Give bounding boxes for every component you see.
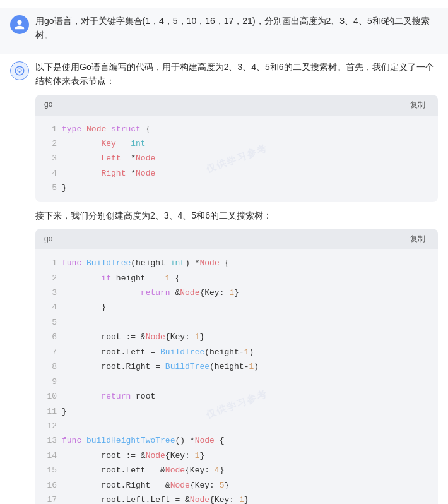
table-row: 14 root := &Node{Key: 1} <box>44 448 429 463</box>
table-row: 6 root := &Node{Key: 1} <box>44 330 429 344</box>
code-block-2-header: go 复制 <box>35 229 438 249</box>
table-row: 1 type Node struct { <box>44 122 429 136</box>
code-table-1: 1 type Node struct { 2 Key int 3 Left *N… <box>44 122 429 196</box>
table-row: 16 root.Right = &Node{Key: 5} <box>44 478 429 493</box>
code-body-2: 仅供学习参考 1 func BuildTree(height int) *Nod… <box>35 249 438 504</box>
user-message-content: 用go语言，对于关键字集合(1，4，5，10，16，17，21)，分别画出高度为… <box>35 14 438 47</box>
table-row: 13 func buildHeightTwoTree() *Node { <box>44 433 429 448</box>
assistant-message-row: 以下是使用Go语言编写的代码，用于构建高度为2、3、4、5和6的二叉搜索树。首先… <box>0 54 448 504</box>
assistant-icon <box>14 65 25 76</box>
code-lang-1: go <box>44 99 52 111</box>
assistant-avatar <box>10 61 29 80</box>
table-row: 9 <box>44 375 429 389</box>
table-row: 7 root.Left = BuildTree(height-1) <box>44 345 429 359</box>
table-row: 12 <box>44 419 429 433</box>
user-icon <box>14 19 25 30</box>
table-row: 5 <box>44 315 429 330</box>
code-block-1: go 复制 仅供学习参考 1 type Node struct { 2 Key … <box>35 95 438 202</box>
user-message-row: 用go语言，对于关键字集合(1，4，5，10，16，17，21)，分别画出高度为… <box>0 8 448 54</box>
table-row: 5 } <box>44 181 429 195</box>
svg-point-1 <box>19 71 21 73</box>
code-block-1-header: go 复制 <box>35 95 438 116</box>
table-row: 11 } <box>44 404 429 419</box>
table-row: 2 Key int <box>44 136 429 151</box>
table-row: 1 func BuildTree(height int) *Node { <box>44 256 429 270</box>
table-row: 15 root.Left = &Node{Key: 4} <box>44 463 429 477</box>
assistant-intro-text: 以下是使用Go语言编写的代码，用于构建高度为2、3、4、5和6的二叉搜索树。首先… <box>35 60 438 88</box>
assistant-message-content: 以下是使用Go语言编写的代码，用于构建高度为2、3、4、5和6的二叉搜索树。首先… <box>35 60 438 504</box>
code-block-2: go 复制 仅供学习参考 1 func BuildTree(height int… <box>35 229 438 504</box>
code-body-1: 仅供学习参考 1 type Node struct { 2 Key int 3 <box>35 116 438 202</box>
table-row: 3 return &Node{Key: 1} <box>44 285 429 300</box>
assistant-middle-text: 接下来，我们分别创建高度为2、3、4、5和6的二叉搜索树： <box>35 208 438 222</box>
table-row: 4 } <box>44 300 429 315</box>
user-avatar <box>10 15 29 34</box>
table-row: 10 return root <box>44 389 429 404</box>
table-row: 2 if height == 1 { <box>44 271 429 285</box>
copy-button-1[interactable]: 复制 <box>406 99 429 112</box>
user-message-text: 用go语言，对于关键字集合(1，4，5，10，16，17，21)，分别画出高度为… <box>35 14 438 42</box>
table-row: 3 Left *Node <box>44 151 429 165</box>
code-lang-2: go <box>44 233 52 245</box>
chat-container: 用go语言，对于关键字集合(1，4，5，10，16，17，21)，分别画出高度为… <box>0 0 448 504</box>
copy-button-2[interactable]: 复制 <box>406 232 429 246</box>
table-row: 4 Right *Node <box>44 166 429 181</box>
code-table-2: 1 func BuildTree(height int) *Node { 2 i… <box>44 256 429 504</box>
table-row: 17 root.Left.Left = &Node{Key: 1} <box>44 493 429 504</box>
table-row: 8 root.Right = BuildTree(height-1) <box>44 359 429 374</box>
